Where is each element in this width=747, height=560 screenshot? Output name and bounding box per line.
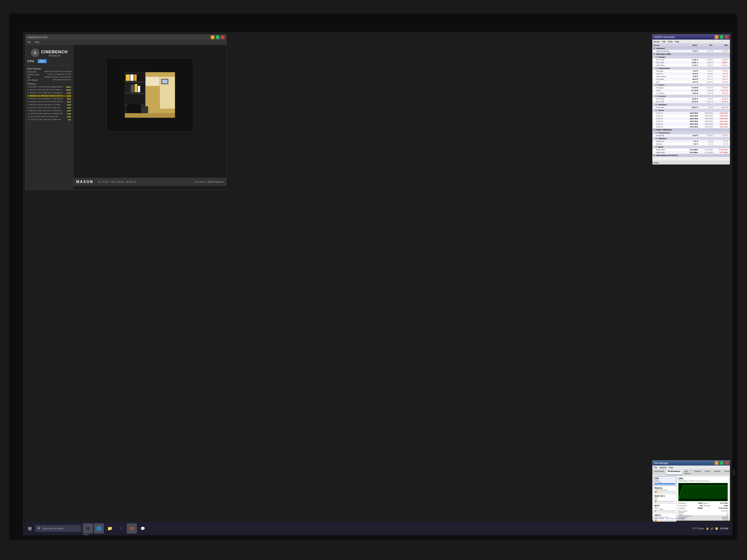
hwinfo-subgroup-1-0[interactable]: ▼Voltages [652,56,730,58]
svg-rect-18 [125,113,175,118]
hwinfo-subgroup-1-3[interactable]: ▼Currents [652,95,730,98]
hwinfo-subrow-1-5-2: Core #24224 MHz3559 MHz4454 MHz [652,117,730,120]
taskmgr-minimize[interactable]: ─ [715,461,718,465]
taskmgr-resources-list: CPU 100% 4.17 GHz Memory 3.6/31.9 GB (11… [653,476,676,515]
hwinfo-subrow-1-1-4: SoC44.4°C33.8°C34.3°C [652,81,730,83]
taskmgr-tabs: ProcessesPerformanceApp historyStartupUs… [652,470,730,475]
hwinfo-group-3[interactable]: ▼AMD Radeon RX 6700 XT [652,154,730,157]
hwinfo-group-1[interactable]: ▼AMD Ryzen 5600 [652,53,730,56]
taskmgr-body: CPU 100% 4.17 GHz Memory 3.6/31.9 GB (11… [652,475,730,516]
ranking-item-7: 8. 4C#F @ 4.2 GHz, Intel Core i7-7700K C… [27,107,71,109]
processes-label: Processes [678,505,687,507]
taskmgr-tab-performance[interactable]: Performance [666,470,682,475]
resource-item-disk-0-(c:)[interactable]: Disk 0 (C:) 10% 6% [653,494,676,503]
hwinfo-menu-help[interactable]: Help [675,41,679,43]
taskmgr-menu-file[interactable]: File [654,466,657,469]
hwinfo-subgroup-1-4[interactable]: ▼Utilization [652,103,730,106]
menu-help[interactable]: Help [34,41,40,44]
handles-label: Handles [678,507,685,509]
cb-release: Release 20 [41,54,68,57]
hwinfo-subgroup-2-0[interactable]: ▼Temperatures [652,131,730,134]
l1-value: 384 KB [722,518,728,520]
hwinfo-subrow-1-4-0: Processor100.0 %0.8 %100.0 % [652,106,730,109]
cb-logo-area: C CINEBENCH Release 20 CPU Run [27,47,71,65]
processor-row: Processor AMD Ryzen 5 5600 6-Core Proces… [27,71,71,73]
taskmgr-tab-app-history[interactable]: App history [682,470,693,475]
svg-rect-11 [131,85,134,92]
hwinfo-subgroup-1-2[interactable]: ▼Powers [652,83,730,86]
hwinfo-subgroup-1-5[interactable]: ▼Clocks [652,109,730,112]
cores-label: Cores & GHz [27,74,40,76]
taskmgr-tab-users[interactable]: Users [703,470,713,475]
hwinfo-close[interactable]: ✕ [725,35,728,39]
taskmgr-controls: ─ □ ✕ [715,461,728,465]
hwinfo-minimize[interactable]: ─ [715,35,718,39]
run-button[interactable]: Run [38,59,47,63]
hwinfo-menu-file[interactable]: File [662,41,666,43]
hwinfo-titlebar: HWiNFO Information ─ □ ✕ [652,34,730,39]
processes-value: 141 [700,505,703,507]
col-max-header: Max [713,44,729,46]
svg-rect-12 [134,84,137,92]
taskbar-search[interactable]: 🔍 Type here to search [35,525,81,532]
taskbar-clock: 4:08 AM [720,527,728,530]
taskmgr-menu-view[interactable]: View [669,466,673,469]
hwinfo-maximize[interactable]: □ [720,35,723,39]
cinebench-titlebar: CINEBENCH R20 ─ □ ✕ [25,34,226,40]
close-button[interactable]: ✕ [221,35,225,39]
hwinfo-menu-tools[interactable]: Tools [668,41,673,43]
hwinfo-subgroup-1-1[interactable]: ▼Temperatures [652,67,730,70]
notification-icon[interactable]: 🔔 [706,527,709,530]
l2-row: L2 cache: 3.0 MB [678,520,728,521]
l2-label: L2 cache: [678,520,685,521]
fewer-details-btn[interactable]: Fewer details [653,517,664,519]
hwinfo-group-0[interactable]: ▼Utilization [652,47,730,50]
taskmgr-close[interactable]: ✕ [725,461,728,465]
taskmgr-menu-options[interactable]: Options [660,466,667,469]
stat-threads: Threads 1646 [703,505,728,507]
cpu-spec-area: Base speed: 3.50 GHz Sockets: 1 Cores: 6 [678,510,728,523]
hwinfo-subrow-2-0-0: Assembly34.0°C33.0°C37.0°C [652,134,730,137]
hwinfo-subrow-1-1-1: CCD #073.8°C32.8°C76.3°C [652,73,730,75]
hwinfo-subrow-1-5-0: Core #04224 MHz3559 MHz4448 MHz [652,112,730,115]
file-explorer-icon[interactable]: 📁 [105,524,115,533]
taskmgr-maximize[interactable]: □ [720,461,723,465]
gpu-label: GPU Brand [27,79,38,81]
taskmgr-tab-services[interactable]: Services [722,470,735,475]
taskmgr-tab-details[interactable]: Details [712,470,722,475]
base-speed-label: Base speed: [678,510,687,512]
taskbar: ⊞ 🔍 Type here to search ⧉ 🌐 📁 ♫ CB 💬 72°… [23,522,732,535]
menu-file[interactable]: File [27,41,31,44]
os-label: OS [27,76,30,78]
taskview-button[interactable]: ⧉ [83,524,93,533]
hwinfo-subgroup-2-2[interactable]: ▼Speed [652,145,730,149]
winamp-icon[interactable]: ♫ [116,524,126,533]
minimize-button[interactable]: ─ [211,35,214,39]
svg-rect-9 [137,76,139,81]
resource-item-wi-fi[interactable]: Wi-Fi Wi-Fi 1.9 / 0 Kbps [653,504,676,513]
processor-label: Processor [27,71,36,73]
stat-utilization: Utilization 100% [678,502,703,504]
discord-icon[interactable]: 💬 [138,524,148,533]
resource-item-memory[interactable]: Memory 3.6/31.9 GB (11%) [653,486,676,494]
hwinfo-menu-sensor[interactable]: Sensor [653,41,660,43]
svg-rect-10 [126,84,130,92]
hwinfo-subgroup-2-1[interactable]: ▼Utilization [652,137,730,140]
taskmgr-tab-startup[interactable]: Startup [693,470,703,475]
hwinfo-subrow-1-0-0: CPU VDD1.198 V0.938 V1.194 V [652,58,730,61]
render-scene-svg [107,58,193,132]
hwinfo-header: Sensor Value Min Max [652,44,730,47]
edge-browser-icon[interactable]: 🌐 [94,524,104,533]
maximize-button[interactable]: □ [216,35,220,39]
network-icon[interactable]: 📶 [715,527,718,530]
cores-detail-value: 6 [727,513,728,515]
taskmgr-tab-processes[interactable]: Processes [652,470,666,475]
cb-app-name: CINEBENCH [41,50,68,54]
start-button[interactable]: ⊞ [25,524,34,533]
volume-icon[interactable]: 🔊 [711,527,713,530]
search-placeholder: Type here to search [42,527,64,530]
hwinfo-subrow-2-1-1: Activity0.0 %0.0 %9.2 % [652,143,730,145]
hwinfo-group-2[interactable]: ▼TRAM TM8P600YZ [652,128,730,131]
cinebench-taskbar-icon[interactable]: CB [127,524,137,533]
resource-item-cpu[interactable]: CPU 100% 4.17 GHz [653,476,676,485]
